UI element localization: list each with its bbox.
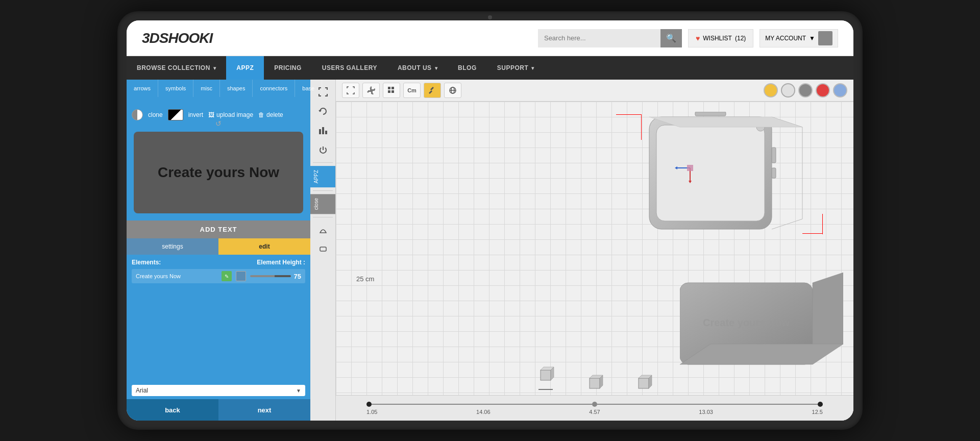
nav-bar: BROWSE COLLECTION ▾ APPZ PRICING USERS G… <box>127 56 853 80</box>
tab-shapes[interactable]: shapes <box>220 80 253 97</box>
next-button[interactable]: next <box>218 399 310 421</box>
clone-button[interactable]: clone <box>148 111 163 118</box>
nav-support[interactable]: SUPPORT ▾ <box>487 56 545 80</box>
toolbar-divider-2 <box>313 190 333 191</box>
header-right: 🔍 ♥ WISHLIST (12) MY ACCOUNT ▼ <box>538 29 838 47</box>
wishlist-button[interactable]: ♥ WISHLIST (12) <box>688 29 753 47</box>
svg-rect-4 <box>320 247 326 251</box>
phone-case-3d <box>639 112 823 234</box>
font-selector[interactable]: Arial ▼ <box>132 385 305 396</box>
color-red[interactable] <box>816 83 830 97</box>
tab-strip: arrows symbols misc shapes connectors ba… <box>127 80 310 97</box>
chevron-down-icon: ▾ <box>531 65 534 71</box>
edit-element-button[interactable]: ✎ <box>222 271 232 281</box>
scale-control <box>634 374 653 393</box>
rotate-button[interactable] <box>313 102 333 120</box>
svg-rect-7 <box>388 90 390 93</box>
svg-rect-8 <box>391 90 394 93</box>
search-bar: 🔍 <box>538 29 682 47</box>
add-text-button[interactable]: ADD TEXT <box>127 220 310 238</box>
invert-button[interactable] <box>168 109 183 120</box>
tab-misc[interactable]: misc <box>193 80 220 97</box>
nav-users-gallery[interactable]: USERS GALLERY <box>312 56 387 80</box>
panel-spacer <box>127 97 310 105</box>
nav-pricing[interactable]: PRICING <box>264 56 312 80</box>
upload-image-button[interactable]: 🖼 upload image <box>208 111 253 118</box>
avatar <box>818 31 832 45</box>
tab-arrows[interactable]: arrows <box>127 80 158 97</box>
measure-line-3 <box>822 214 823 234</box>
nav-about-us[interactable]: ABOUT US ▾ <box>387 56 448 80</box>
nav-blog[interactable]: BLOG <box>448 56 487 80</box>
color-white[interactable] <box>781 83 795 97</box>
chevron-down-icon: ▾ <box>213 65 216 71</box>
chart-button[interactable] <box>313 121 333 140</box>
header: 3DSHOOKI 🔍 ♥ WISHLIST (12) MY ACCOUNT ▼ <box>127 20 853 56</box>
shape-tool-1[interactable] <box>313 220 333 239</box>
move-control <box>536 366 555 393</box>
svg-rect-25 <box>687 165 693 171</box>
delete-button[interactable]: 🗑 delete <box>258 111 283 118</box>
svg-rect-28 <box>541 370 551 380</box>
svg-line-19 <box>772 219 802 229</box>
close-side-label[interactable]: close <box>310 194 335 214</box>
view-globe-button[interactable] <box>444 83 461 98</box>
trash-icon: 🗑 <box>258 111 264 118</box>
element-row: Create yours Now ✎ 75 <box>132 269 305 283</box>
axis-indicator <box>675 153 705 185</box>
tab-connectors[interactable]: connectors <box>253 80 295 97</box>
svg-rect-0 <box>319 129 321 134</box>
measure-line-1 <box>641 114 642 140</box>
svg-marker-24 <box>689 181 692 183</box>
svg-rect-2 <box>325 131 327 134</box>
ruler-val-2: 14.06 <box>476 409 491 415</box>
right-section: APPZ close <box>310 80 853 421</box>
svg-text:Create yours Now: Create yours Now <box>703 317 790 328</box>
chevron-down-icon: ▼ <box>809 35 815 42</box>
color-gray[interactable] <box>798 83 813 97</box>
view-toolbar: Cm <box>336 80 853 102</box>
tab-base[interactable]: base <box>295 80 322 97</box>
nav-browse-collection[interactable]: BROWSE COLLECTION ▾ <box>127 56 226 80</box>
view-pin-button[interactable] <box>424 83 441 98</box>
svg-rect-16 <box>772 168 776 178</box>
copy-element-button[interactable] <box>236 271 246 281</box>
ruler-val-5: 12.5 <box>812 409 823 415</box>
power-button[interactable] <box>313 141 333 159</box>
height-value: 75 <box>294 273 301 280</box>
view-grid-button[interactable] <box>383 83 400 98</box>
ruler-val-1: 1.05 <box>366 409 377 415</box>
tab-symbols[interactable]: symbols <box>158 80 193 97</box>
canvas-preview: Create yours Now <box>134 132 303 213</box>
settings-tab[interactable]: settings <box>127 238 218 255</box>
left-panel: arrows symbols misc shapes connectors ba… <box>127 80 310 421</box>
nav-appz[interactable]: APPZ <box>226 56 264 80</box>
search-button[interactable]: 🔍 <box>660 29 682 47</box>
color-yellow[interactable] <box>764 83 778 97</box>
viewport-3d: Cm <box>336 80 853 421</box>
view-drag-button[interactable] <box>362 83 380 98</box>
color-blue[interactable] <box>833 83 847 97</box>
view-measure-button[interactable]: Cm <box>403 83 421 98</box>
edit-tab[interactable]: edit <box>218 238 310 255</box>
back-button[interactable]: back <box>127 399 218 421</box>
vertical-toolbar: APPZ close <box>310 80 336 421</box>
search-input[interactable] <box>538 29 660 47</box>
view-fit-button[interactable] <box>342 83 359 98</box>
back-plate-3d: Create yours Now <box>680 273 843 370</box>
svg-rect-15 <box>772 148 776 163</box>
main-content: arrows symbols misc shapes connectors ba… <box>127 80 853 421</box>
account-button[interactable]: MY ACCOUNT ▼ <box>760 29 838 47</box>
tablet-frame: 3DSHOOKI 🔍 ♥ WISHLIST (12) MY ACCOUNT ▼ <box>117 11 863 430</box>
heart-icon: ♥ <box>696 34 700 42</box>
control-icons-row <box>536 366 653 393</box>
bottom-ruler: 1.05 14.06 4.57 13.03 12.5 <box>336 395 853 421</box>
appz-side-label[interactable]: APPZ <box>310 166 335 187</box>
invert-label-button[interactable]: invert <box>188 111 203 118</box>
measure-line-2 <box>616 114 642 115</box>
tablet-screen: 3DSHOOKI 🔍 ♥ WISHLIST (12) MY ACCOUNT ▼ <box>127 20 853 421</box>
height-slider[interactable] <box>250 275 291 277</box>
shape-tool-2[interactable] <box>313 240 333 258</box>
canvas-text: Create yours Now <box>158 164 279 181</box>
height-control: 75 <box>250 273 301 280</box>
